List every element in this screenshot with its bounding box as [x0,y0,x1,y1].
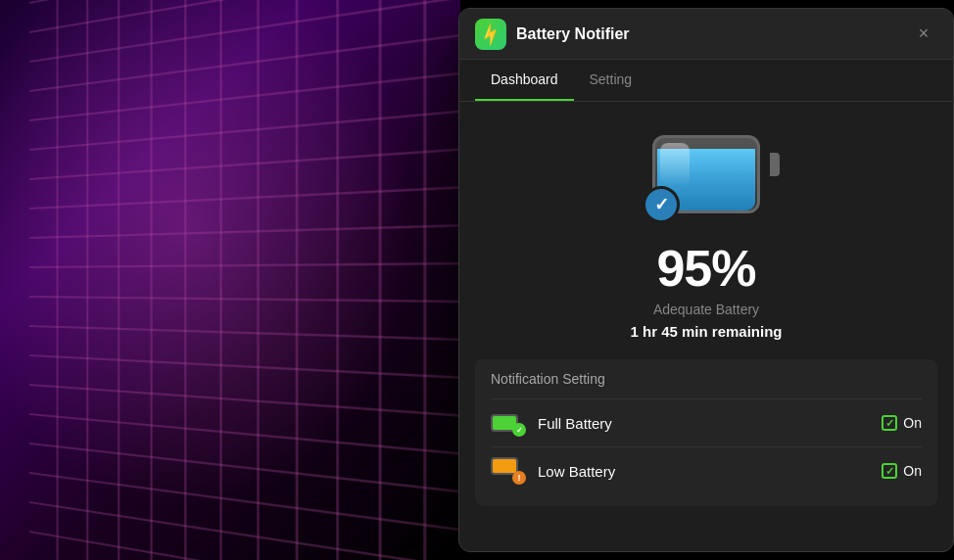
battery-shine [660,143,690,186]
building-overlay [0,0,460,560]
low-battery-label: Low Battery [538,463,882,480]
notification-row-low-battery: ! Low Battery On [491,446,922,494]
title-bar: ⚡ Battery Notifier × [459,9,953,60]
notification-row-full-battery: ✓ Full Battery On [491,398,922,446]
low-battery-warning: ! [512,471,526,485]
battery-visual [643,125,770,223]
full-battery-checkbox[interactable] [882,415,897,431]
full-battery-toggle-label: On [903,415,922,431]
low-battery-checkbox[interactable] [882,463,897,479]
notification-section: Notification Setting ✓ Full Battery On ! [475,359,937,506]
full-battery-icon: ✓ [491,409,526,437]
battery-time-remaining: 1 hr 45 min remaining [630,323,782,340]
close-button[interactable]: × [910,21,937,48]
app-icon-symbol: ⚡ [476,19,505,48]
background-left [0,0,460,560]
low-battery-icon: ! [491,457,526,485]
app-title: Battery Notifier [516,25,630,43]
battery-status-label: Adequate Battery [653,302,759,317]
full-battery-toggle[interactable]: On [882,415,922,431]
battery-terminal [770,153,780,176]
title-left: ⚡ Battery Notifier [475,19,630,50]
tab-dashboard[interactable]: Dashboard [475,60,574,101]
tab-setting[interactable]: Setting [574,60,648,101]
app-window: ⚡ Battery Notifier × Dashboard Setting 9… [458,8,954,552]
full-battery-label: Full Battery [538,415,882,432]
low-battery-toggle-label: On [903,463,922,479]
battery-percent: 95% [656,239,755,298]
low-battery-toggle[interactable]: On [882,463,922,479]
tabs-bar: Dashboard Setting [459,60,953,102]
full-battery-check: ✓ [512,423,526,437]
main-content: 95% Adequate Battery 1 hr 45 min remaini… [459,102,953,522]
app-icon: ⚡ [475,19,506,50]
check-badge [643,186,680,223]
notification-header: Notification Setting [491,371,922,387]
